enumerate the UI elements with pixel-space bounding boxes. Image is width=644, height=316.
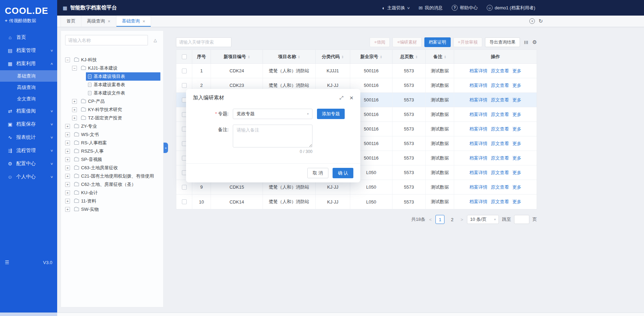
row-action-link[interactable]: 更多 xyxy=(512,82,521,89)
sort-icon[interactable]: ▲▼ xyxy=(415,55,417,58)
header-item-help-center[interactable]: ?帮助中心 xyxy=(452,5,478,11)
tab-advanced-query[interactable]: 高级查询× xyxy=(81,16,116,27)
tree-node[interactable]: +C63-土地房屋征收 xyxy=(61,164,163,172)
gear-icon[interactable]: ⚙ xyxy=(532,39,537,45)
row-action-link[interactable]: 更多 xyxy=(512,111,521,118)
row-checkbox[interactable] xyxy=(182,83,187,88)
tree-node[interactable]: −KJ-科技 xyxy=(61,56,163,64)
keyword-search-input[interactable] xyxy=(176,37,231,47)
header-item-theme-switch[interactable]: ◐主题切换∨ xyxy=(382,5,409,11)
expand-toggle-icon[interactable]: + xyxy=(65,149,70,154)
collapse-toggle-icon[interactable]: − xyxy=(65,57,70,62)
tree-node[interactable]: +TZ-固定资产投资 xyxy=(61,114,163,122)
tree-node[interactable]: +C62-土地、房屋征收（圣） xyxy=(61,180,163,189)
collapse-all-icon[interactable]: △ xyxy=(151,36,160,45)
tree-node[interactable]: +C21-国有土地使用权划拨、有偿使用 xyxy=(61,172,163,180)
row-action-link[interactable]: 档案详情 xyxy=(469,97,487,103)
cancel-button[interactable]: 取 消 xyxy=(307,168,329,178)
sort-icon[interactable]: ▲▼ xyxy=(248,55,250,58)
panel-collapse-handle[interactable]: « xyxy=(164,143,168,153)
sort-icon[interactable]: ▲▼ xyxy=(342,55,344,58)
tree-node[interactable]: +SP-音视频 xyxy=(61,155,163,164)
row-checkbox[interactable] xyxy=(182,185,187,190)
column-settings-icon[interactable]: ☰ xyxy=(523,40,529,44)
close-icon[interactable]: × xyxy=(143,19,145,24)
select-all-checkbox[interactable] xyxy=(182,54,187,59)
close-all-tabs-icon[interactable]: × xyxy=(529,18,535,24)
jump-page-input[interactable] xyxy=(514,215,529,224)
expand-toggle-icon[interactable]: + xyxy=(65,124,70,129)
topic-select[interactable]: 党政专题 ▾ xyxy=(233,109,312,119)
prev-page-icon[interactable]: < xyxy=(429,217,433,222)
tree-search-input[interactable] xyxy=(65,35,148,45)
expand-toggle-icon[interactable]: + xyxy=(65,174,70,179)
row-action-link[interactable]: 原文查看 xyxy=(491,68,509,74)
row-checkbox[interactable] xyxy=(182,69,187,73)
tree-node[interactable]: +RS-人事档案 xyxy=(61,139,163,147)
sidebar-item-report-stats[interactable]: ∿报表统计∨ xyxy=(0,131,57,144)
tree-node[interactable]: +SW-实物 xyxy=(61,205,163,214)
page-button-2[interactable]: 2 xyxy=(448,215,457,224)
tree-node[interactable]: +ZY-专业 xyxy=(61,122,163,130)
sidebar-item-archive-use[interactable]: ▦档案利用∧ xyxy=(0,57,57,70)
tree-node[interactable]: 基本建设项目表 xyxy=(61,72,163,81)
expand-toggle-icon[interactable]: + xyxy=(65,165,70,170)
collapse-toggle-icon[interactable]: − xyxy=(72,66,77,71)
row-action-link[interactable]: 原文查看 xyxy=(491,199,509,205)
expand-toggle-icon[interactable]: + xyxy=(72,116,77,120)
row-action-link[interactable]: 更多 xyxy=(512,97,521,103)
sidebar-item-config-center[interactable]: ⚙配置中心∨ xyxy=(0,157,57,170)
tree-node[interactable]: +11-资料 xyxy=(61,197,163,205)
tab-basic-query[interactable]: 基础查询× xyxy=(116,16,151,27)
row-action-link[interactable]: 原文查看 xyxy=(491,155,509,161)
next-page-icon[interactable]: > xyxy=(460,217,464,222)
row-checkbox[interactable] xyxy=(182,199,187,204)
sidebar-subitem-basic-query[interactable]: 基础查询 xyxy=(0,70,57,82)
row-action-link[interactable]: 档案详情 xyxy=(469,170,487,176)
tree-node[interactable]: +KY-科学技术研究 xyxy=(61,106,163,114)
tree-node[interactable]: +KU-会计 xyxy=(61,189,163,197)
tree-node[interactable]: 基本建设案卷表 xyxy=(61,81,163,89)
row-action-link[interactable]: 原文查看 xyxy=(491,97,509,103)
tree-node[interactable]: 基本建设文件表 xyxy=(61,89,163,97)
row-action-link[interactable]: 更多 xyxy=(512,199,521,205)
expand-toggle-icon[interactable]: + xyxy=(65,182,70,187)
tab-home[interactable]: 首页 xyxy=(61,16,81,27)
page-button-1[interactable]: 1 xyxy=(435,215,444,224)
row-action-link[interactable]: 档案详情 xyxy=(469,141,487,147)
refresh-icon[interactable]: ↻ xyxy=(538,18,543,24)
maximize-icon[interactable]: ⤢ xyxy=(339,95,343,101)
expand-toggle-icon[interactable]: + xyxy=(65,199,70,204)
row-action-link[interactable]: 更多 xyxy=(512,141,521,147)
row-action-link[interactable]: 更多 xyxy=(512,170,521,176)
sort-icon[interactable]: ▲▼ xyxy=(444,55,446,58)
header-item-my-messages[interactable]: ✉我的消息 xyxy=(418,5,443,11)
close-icon[interactable]: × xyxy=(350,96,353,100)
row-action-link[interactable]: 原文查看 xyxy=(491,170,509,176)
sidebar-subitem-fulltext-query[interactable]: 全文查询 xyxy=(0,93,57,105)
tree-node[interactable]: +CP-产品 xyxy=(61,97,163,106)
tree-node[interactable]: −KJJ1-基本建设 xyxy=(61,64,163,72)
header-item-user-profile[interactable]: ☺demo1 (档案利用者) xyxy=(487,5,535,11)
sidebar-subitem-advanced-query[interactable]: 高级查询 xyxy=(0,82,57,93)
hamburger-icon[interactable]: ☰ xyxy=(5,260,9,265)
row-action-link[interactable]: 档案详情 xyxy=(469,111,487,118)
add-topic-button[interactable]: 添加专题 xyxy=(317,109,345,119)
row-action-link[interactable]: 档案详情 xyxy=(469,184,487,190)
expand-toggle-icon[interactable]: + xyxy=(65,132,70,137)
sidebar-item-personal-center[interactable]: ☺个人中心∨ xyxy=(0,170,57,183)
sort-icon[interactable]: ▲▼ xyxy=(298,55,300,58)
row-action-link[interactable]: 更多 xyxy=(512,126,521,132)
row-action-link[interactable]: 档案详情 xyxy=(469,155,487,161)
expand-toggle-icon[interactable]: + xyxy=(65,207,70,212)
sort-icon[interactable]: ▲▼ xyxy=(380,55,382,58)
expand-toggle-icon[interactable]: + xyxy=(65,157,70,162)
row-action-link[interactable]: 原文查看 xyxy=(491,141,509,147)
note-textarea[interactable] xyxy=(233,125,312,147)
sidebar-item-archive-borrow[interactable]: ⇄档案借阅∨ xyxy=(0,105,57,118)
confirm-button[interactable]: 确 认 xyxy=(333,168,353,178)
sidebar-item-home[interactable]: ⌂首页 xyxy=(0,31,57,44)
expand-toggle-icon[interactable]: + xyxy=(65,141,70,145)
row-action-link[interactable]: 原文查看 xyxy=(491,111,509,118)
expand-toggle-icon[interactable]: + xyxy=(72,99,77,104)
